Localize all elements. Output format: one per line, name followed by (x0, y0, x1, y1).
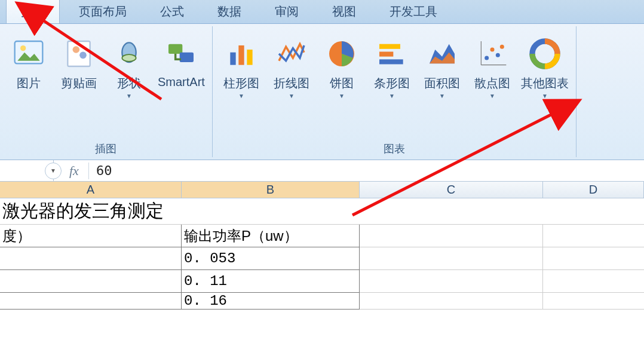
svg-rect-6 (180, 53, 194, 62)
pie-chart-icon (323, 35, 361, 73)
pie-chart-button[interactable]: 饼图 ▼ (317, 32, 367, 102)
spreadsheet-grid[interactable]: 激光器的发三角测定 度） 输出功率P（uw） 0. 053 0. 11 0. 1… (0, 198, 644, 310)
column-header-d[interactable]: D (543, 182, 644, 198)
column-header-b[interactable]: B (182, 182, 360, 198)
scatter-chart-icon (473, 35, 511, 73)
cell-d4[interactable] (543, 270, 644, 293)
area-chart-dropdown-icon: ▼ (439, 93, 445, 99)
cell-d3[interactable] (543, 247, 644, 270)
other-chart-button[interactable]: 其他图表 ▼ (517, 32, 572, 102)
svg-point-3 (73, 46, 80, 53)
group-charts-label: 图表 (216, 139, 572, 157)
column-header-a[interactable]: A (0, 182, 182, 198)
cell-c2[interactable] (360, 225, 543, 247)
line-chart-label: 折线图 (274, 75, 309, 91)
clipart-icon (60, 35, 98, 73)
svg-point-19 (500, 45, 504, 49)
clipart-button[interactable]: 剪贴画 (54, 32, 104, 94)
pie-chart-dropdown-icon: ▼ (339, 93, 345, 99)
shapes-icon (110, 35, 148, 73)
svg-rect-5 (168, 44, 182, 54)
picture-label: 图片 (17, 75, 41, 91)
picture-button[interactable]: 图片 (4, 32, 54, 94)
formula-bar: ▼ fx 60 (0, 160, 644, 182)
tab-data[interactable]: 数据 (203, 0, 256, 23)
bar-chart-label: 条形图 (374, 75, 410, 91)
svg-rect-12 (379, 52, 393, 57)
column-chart-dropdown-icon: ▼ (238, 93, 244, 99)
smartart-button[interactable]: SmartArt (154, 32, 208, 91)
column-headers: A B C D (0, 182, 644, 198)
shapes-button[interactable]: 形状 ▼ (104, 32, 154, 102)
svg-point-1 (20, 45, 26, 51)
group-illustrations: 图片 剪贴画 形状 (0, 26, 213, 157)
svg-rect-8 (238, 45, 244, 65)
column-chart-button[interactable]: 柱形图 ▼ (216, 32, 266, 102)
area-chart-icon (423, 35, 461, 73)
group-illustrations-label: 插图 (4, 139, 208, 157)
ribbon-tab-bar: 插入 页面布局 公式 数据 审阅 视图 开发工具 (0, 0, 644, 24)
picture-icon (10, 35, 48, 73)
ribbon: 图片 剪贴画 形状 (0, 24, 644, 160)
other-chart-label: 其他图表 (521, 75, 569, 91)
cell-c3[interactable] (360, 247, 543, 270)
fx-label[interactable]: fx (69, 163, 79, 179)
tab-review[interactable]: 审阅 (260, 0, 313, 23)
smartart-icon (162, 35, 200, 73)
shapes-label: 形状 (117, 75, 141, 91)
area-chart-button[interactable]: 面积图 ▼ (417, 32, 467, 102)
cell-a2[interactable]: 度） (0, 225, 182, 247)
svg-rect-11 (379, 44, 400, 49)
svg-rect-13 (379, 59, 403, 64)
scatter-chart-label: 散点图 (474, 75, 510, 91)
name-box-dropdown-icon[interactable]: ▼ (45, 163, 62, 179)
column-chart-icon (222, 35, 260, 73)
tab-formulas[interactable]: 公式 (146, 0, 198, 23)
bar-chart-dropdown-icon: ▼ (389, 93, 395, 99)
cell-a4[interactable] (0, 270, 182, 293)
area-chart-label: 面积图 (424, 75, 460, 91)
svg-point-17 (490, 48, 494, 52)
smartart-label: SmartArt (158, 75, 205, 89)
svg-rect-7 (230, 53, 235, 65)
tab-view[interactable]: 视图 (318, 0, 370, 23)
cell-b2[interactable]: 输出功率P（uw） (182, 225, 360, 247)
line-chart-icon (272, 35, 311, 73)
tab-insert[interactable]: 插入 (6, 0, 60, 23)
cell-a3[interactable] (0, 247, 182, 270)
title-cell[interactable]: 激光器的发三角测定 (0, 198, 644, 225)
column-chart-label: 柱形图 (223, 75, 259, 91)
shapes-dropdown-icon: ▼ (126, 93, 132, 99)
other-chart-icon (526, 35, 564, 73)
scatter-chart-dropdown-icon: ▼ (489, 93, 495, 99)
other-chart-dropdown-icon: ▼ (542, 93, 548, 99)
formula-bar-separator (88, 163, 89, 179)
group-charts: 柱形图 ▼ 折线图 ▼ (213, 26, 576, 157)
bar-chart-button[interactable]: 条形图 ▼ (367, 32, 417, 102)
pie-chart-label: 饼图 (330, 75, 354, 91)
tab-developer[interactable]: 开发工具 (375, 0, 452, 23)
svg-point-16 (484, 56, 489, 60)
tab-page-layout[interactable]: 页面布局 (65, 0, 141, 23)
scatter-chart-button[interactable]: 散点图 ▼ (467, 32, 517, 102)
cell-c4[interactable] (360, 270, 543, 293)
svg-rect-2 (68, 41, 90, 66)
cell-b3[interactable]: 0. 053 (182, 247, 360, 270)
cell-d2[interactable] (543, 225, 644, 247)
cell-d5[interactable] (543, 293, 644, 310)
cell-a5[interactable] (0, 293, 182, 310)
line-chart-button[interactable]: 折线图 ▼ (266, 32, 317, 102)
cell-c5[interactable] (360, 293, 543, 310)
clipart-label: 剪贴画 (61, 75, 97, 91)
line-chart-dropdown-icon: ▼ (289, 93, 295, 99)
formula-bar-value[interactable]: 60 (96, 163, 112, 178)
svg-point-18 (496, 53, 500, 57)
svg-point-4 (79, 52, 87, 59)
cell-b5[interactable]: 0. 16 (182, 293, 360, 310)
bar-chart-icon (373, 35, 411, 73)
cell-b4[interactable]: 0. 11 (182, 270, 360, 293)
svg-rect-9 (247, 50, 252, 65)
column-header-c[interactable]: C (360, 182, 543, 198)
name-box[interactable]: ▼ (0, 160, 54, 181)
